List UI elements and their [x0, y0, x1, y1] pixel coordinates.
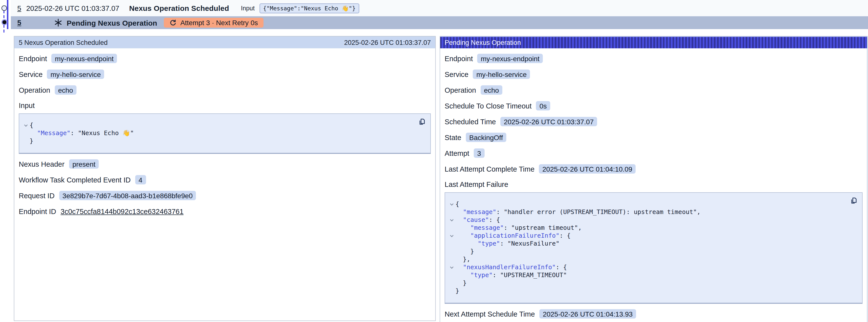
event-row-scheduled[interactable]: 5 2025-02-26 UTC 01:03:37.07 Nexus Opera…: [11, 0, 868, 16]
field-value-badge: my-hello-service: [47, 69, 104, 79]
chevron-down-icon[interactable]: [448, 232, 456, 240]
left-fields-top: Endpointmy-nexus-endpointServicemy-hello…: [19, 53, 431, 95]
code-text: }: [456, 287, 459, 295]
input-section-label: Input: [19, 102, 431, 109]
field-label: Endpoint ID: [19, 207, 56, 215]
field-label: Operation: [19, 86, 50, 94]
asterisk-icon: [54, 18, 63, 27]
field-value-badge: 3: [474, 149, 485, 158]
retry-badge-text: Attempt 3 · Next Retry 0s: [180, 19, 258, 27]
field-label: Service: [444, 70, 469, 78]
code-line: "message": "upstream timeout",: [448, 224, 848, 232]
field-row: Servicemy-hello-service: [444, 69, 863, 79]
field-row: Schedule To Close Timeout0s: [444, 101, 863, 111]
code-line: }: [22, 137, 416, 145]
timeline-marker-open-icon: [1, 5, 7, 11]
field-row: Nexus Headerpresent: [19, 159, 431, 169]
field-row: Endpoint ID3c0c75ccfa8144b092c13ce632463…: [19, 206, 431, 217]
left-fields-bottom: Nexus HeaderpresentWorkflow Task Complet…: [19, 159, 431, 217]
event-title: Nexus Operation Scheduled: [129, 4, 229, 12]
code-text: {: [30, 121, 33, 129]
code-text: "type": "UPSTREAM_TIMEOUT": [456, 271, 567, 279]
field-label: Attempt: [444, 149, 469, 157]
retry-status-badge: Attempt 3 · Next Retry 0s: [164, 18, 263, 28]
right-footer-field: Next Attempt Schedule Time2025-02-26 UTC…: [444, 309, 863, 319]
code-line: "type": "UPSTREAM_TIMEOUT": [448, 271, 848, 279]
field-row: Scheduled Time2025-02-26 UTC 01:03:37.07: [444, 117, 863, 127]
code-line: "applicationFailureInfo": {: [448, 232, 848, 240]
scheduled-panel-title: 5 Nexus Operation Scheduled: [19, 39, 107, 46]
scheduled-panel-timestamp: 2025-02-26 UTC 01:03:37.07: [344, 39, 431, 46]
code-text: "cause": {: [456, 216, 500, 224]
event-timestamp: 2025-02-26 UTC 01:03:37.07: [26, 4, 119, 12]
code-gutter-spacer: [448, 208, 456, 216]
code-gutter-spacer: [22, 137, 30, 145]
chevron-down-icon[interactable]: [448, 263, 456, 271]
field-value-badge: 2025-02-26 UTC 01:03:37.07: [500, 117, 597, 126]
field-value-badge: 3e829b7e-7d67-4b08-aad3-b1e868bfe9e0: [59, 191, 196, 200]
right-fields: Endpointmy-nexus-endpointServicemy-hello…: [444, 53, 863, 174]
code-line: {: [448, 200, 848, 208]
field-value-badge: 2025-02-26 UTC 01:04:10.09: [539, 164, 636, 173]
field-label: Endpoint: [19, 55, 47, 62]
field-row: Request ID3e829b7e-7d67-4b08-aad3-b1e868…: [19, 190, 431, 201]
pending-panel-title: Pending Nexus Operation: [444, 39, 521, 46]
chevron-down-icon[interactable]: [448, 216, 456, 224]
code-gutter-spacer: [448, 224, 456, 232]
code-line: "Message": "Nexus Echo 👋": [22, 129, 416, 137]
field-row: Workflow Task Completed Event ID4: [19, 174, 431, 185]
copy-icon[interactable]: [418, 118, 426, 126]
pending-operation-panel: Pending Nexus Operation Endpointmy-nexus…: [440, 36, 868, 322]
field-value-badge: 2025-02-26 UTC 01:04:13.93: [539, 309, 636, 319]
code-text: }: [456, 248, 474, 255]
pending-event-title: Pending Nexus Operation: [67, 19, 157, 27]
code-gutter-spacer: [448, 279, 456, 287]
code-text: "nexusHandlerFailureInfo": {: [456, 263, 567, 271]
code-gutter-spacer: [22, 129, 30, 137]
code-gutter-spacer: [448, 240, 456, 248]
scheduled-panel-header: 5 Nexus Operation Scheduled 2025-02-26 U…: [14, 36, 435, 48]
field-row: Servicemy-hello-service: [19, 69, 431, 79]
field-value-badge: echo: [55, 85, 76, 95]
code-text: }: [456, 279, 467, 287]
nexus-event-history-view: 5 2025-02-26 UTC 01:03:37.07 Nexus Opera…: [0, 0, 868, 322]
field-label: Schedule To Close Timeout: [444, 102, 532, 110]
pending-event-id-link[interactable]: 5: [17, 19, 21, 27]
field-value-badge: my-nexus-endpoint: [477, 54, 543, 63]
field-label: Scheduled Time: [444, 118, 496, 126]
event-input-label: Input: [241, 5, 255, 11]
field-row: Last Attempt Complete Time2025-02-26 UTC…: [444, 164, 863, 174]
code-text: },: [456, 255, 470, 263]
field-value-badge: echo: [480, 85, 502, 95]
field-label: Operation: [444, 86, 476, 94]
field-row: Operationecho: [19, 85, 431, 95]
field-row: Endpointmy-nexus-endpoint: [444, 53, 863, 64]
field-row: StateBackingOff: [444, 132, 863, 142]
field-label: Last Attempt Complete Time: [444, 165, 534, 173]
pending-panel-header: Pending Nexus Operation: [440, 36, 867, 48]
chevron-down-icon[interactable]: [448, 200, 456, 208]
field-label: Request ID: [19, 192, 55, 199]
field-label: Next Attempt Schedule Time: [444, 310, 535, 318]
code-text: "Message": "Nexus Echo 👋": [30, 129, 134, 137]
code-gutter-spacer: [448, 271, 456, 279]
field-value-badge: 0s: [536, 101, 551, 110]
event-row-pending[interactable]: 5 Pending Nexus Operation Attempt 3 · Ne…: [11, 16, 868, 29]
input-json-block: { "Message": "Nexus Echo 👋"}: [19, 114, 431, 154]
code-text: {: [456, 200, 459, 208]
code-text: }: [30, 137, 33, 145]
scheduled-event-detail-panel: 5 Nexus Operation Scheduled 2025-02-26 U…: [14, 36, 436, 321]
field-value-link[interactable]: 3c0c75ccfa8144b092c13ce632463761: [61, 207, 184, 215]
chevron-down-icon[interactable]: [22, 121, 30, 129]
code-line: }: [448, 248, 848, 255]
event-id-link[interactable]: 5: [17, 4, 21, 12]
timeline-marker-current-icon: [1, 19, 7, 25]
field-row: Next Attempt Schedule Time2025-02-26 UTC…: [444, 309, 863, 319]
field-row: Endpointmy-nexus-endpoint: [19, 53, 431, 64]
code-line: }: [448, 287, 848, 295]
field-label: Service: [19, 70, 43, 78]
copy-icon[interactable]: [850, 197, 858, 205]
input-json-lines: { "Message": "Nexus Echo 👋"}: [22, 121, 416, 145]
field-label: Nexus Header: [19, 160, 64, 168]
code-gutter-spacer: [448, 255, 456, 263]
